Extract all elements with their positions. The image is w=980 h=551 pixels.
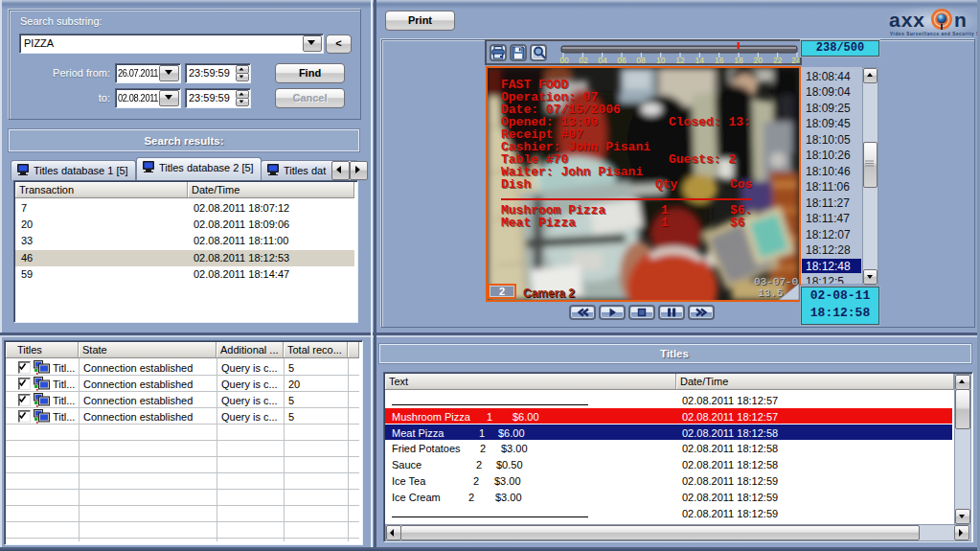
svg-text:axx: axx — [889, 9, 925, 31]
svg-text:04: 04 — [598, 56, 607, 64]
svg-text:Video Surveillance and Securit: Video Surveillance and Security Solution… — [890, 32, 980, 36]
svg-text:18: 18 — [734, 56, 743, 64]
svg-text:22: 22 — [773, 56, 783, 64]
svg-text:02: 02 — [579, 56, 588, 64]
svg-text:12: 12 — [675, 56, 685, 64]
svg-text:08: 08 — [636, 56, 646, 64]
svg-text:10: 10 — [656, 56, 666, 64]
svg-text:00: 00 — [559, 56, 569, 64]
svg-text:16: 16 — [715, 56, 724, 64]
svg-text:06: 06 — [617, 56, 627, 64]
svg-text:14: 14 — [695, 56, 705, 64]
svg-text:24: 24 — [791, 56, 799, 64]
svg-text:n: n — [954, 9, 967, 31]
svg-text:20: 20 — [754, 56, 763, 64]
